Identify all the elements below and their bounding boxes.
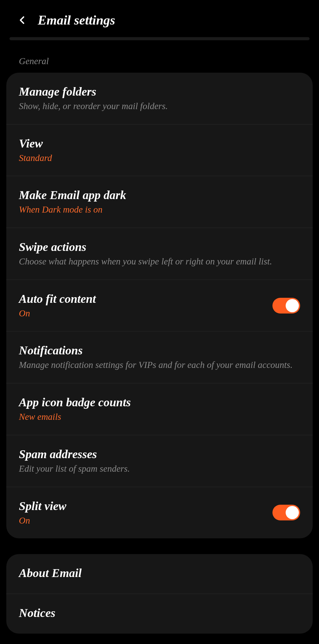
item-subtitle: When Dark mode is on (19, 204, 300, 216)
setting-notifications[interactable]: Notifications Manage notification settin… (6, 331, 313, 383)
item-title: View (19, 136, 300, 150)
item-title: Split view (19, 499, 272, 513)
toggle-knob (286, 506, 299, 519)
setting-spam-addresses[interactable]: Spam addresses Edit your list of spam se… (6, 435, 313, 487)
setting-dark-mode[interactable]: Make Email app dark When Dark mode is on (6, 176, 313, 228)
page-title: Email settings (38, 13, 115, 28)
setting-swipe-actions[interactable]: Swipe actions Choose what happens when y… (6, 228, 313, 280)
item-subtitle: Standard (19, 152, 300, 164)
toggle-split-view[interactable] (272, 505, 300, 520)
item-title: Make Email app dark (19, 188, 300, 202)
setting-badge-counts[interactable]: App icon badge counts New emails (6, 383, 313, 435)
header: Email settings (0, 0, 319, 37)
item-content: App icon badge counts New emails (19, 395, 300, 423)
settings-group-about: About Email Notices (6, 554, 313, 634)
settings-group-general: Manage folders Show, hide, or reorder yo… (6, 73, 313, 538)
section-label-general: General (0, 40, 319, 73)
item-title: Auto fit content (19, 292, 272, 306)
setting-manage-folders[interactable]: Manage folders Show, hide, or reorder yo… (6, 73, 313, 125)
setting-about-email[interactable]: About Email (6, 554, 313, 594)
item-title: Notices (19, 606, 300, 620)
item-content: Notifications Manage notification settin… (19, 343, 300, 371)
setting-auto-fit[interactable]: Auto fit content On (6, 280, 313, 332)
item-title: Swipe actions (19, 240, 300, 254)
item-content: Make Email app dark When Dark mode is on (19, 188, 300, 216)
item-subtitle: On (19, 515, 272, 527)
setting-split-view[interactable]: Split view On (6, 487, 313, 539)
item-title: App icon badge counts (19, 395, 300, 409)
scroll-indicator (9, 37, 310, 40)
item-title: About Email (19, 566, 300, 580)
item-subtitle: Edit your list of spam senders. (19, 463, 300, 475)
item-subtitle: Choose what happens when you swipe left … (19, 256, 300, 268)
item-content: About Email (19, 566, 300, 582)
setting-notices[interactable]: Notices (6, 594, 313, 634)
item-title: Notifications (19, 343, 300, 357)
item-subtitle: On (19, 308, 272, 319)
toggle-auto-fit[interactable] (272, 298, 300, 314)
toggle-knob (286, 299, 299, 312)
item-subtitle: Manage notification settings for VIPs an… (19, 359, 300, 371)
setting-view[interactable]: View Standard (6, 125, 313, 176)
item-subtitle: New emails (19, 411, 300, 423)
item-content: Notices (19, 606, 300, 622)
item-title: Manage folders (19, 85, 300, 98)
group-spacer (0, 538, 319, 554)
item-content: Split view On (19, 499, 272, 527)
item-content: View Standard (19, 136, 300, 164)
item-content: Swipe actions Choose what happens when y… (19, 240, 300, 268)
item-content: Auto fit content On (19, 292, 272, 319)
item-content: Spam addresses Edit your list of spam se… (19, 447, 300, 475)
item-title: Spam addresses (19, 447, 300, 461)
item-content: Manage folders Show, hide, or reorder yo… (19, 85, 300, 112)
item-subtitle: Show, hide, or reorder your mail folders… (19, 100, 300, 112)
back-icon[interactable] (16, 14, 28, 26)
